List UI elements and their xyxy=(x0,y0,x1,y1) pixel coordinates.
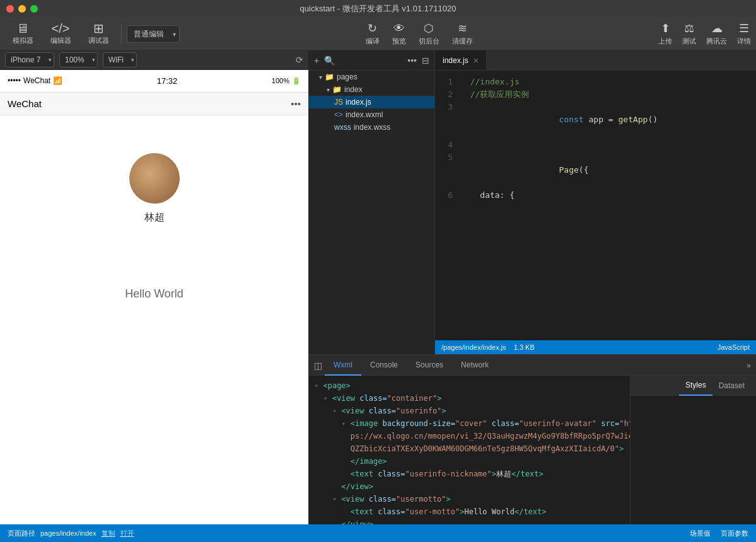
indexwxml-label: index.wxml xyxy=(346,110,383,119)
preview-icon: 👁 xyxy=(393,22,405,35)
collapse-icon[interactable]: ⊟ xyxy=(422,55,429,66)
test-button[interactable]: ⚖ 测试 xyxy=(682,21,696,46)
phone-wifi-icon: 📶 xyxy=(53,76,62,85)
tree-file-indexjs[interactable]: JS index.js xyxy=(309,96,434,108)
cut-button[interactable]: ⬡ 切后台 xyxy=(419,21,439,46)
preview-button[interactable]: 👁 预览 xyxy=(392,22,406,46)
js-icon: JS xyxy=(334,98,343,107)
editor-tabs: index.js × xyxy=(435,50,756,71)
tab-close-button[interactable]: × xyxy=(474,55,479,66)
mode-select[interactable]: 普通编辑 xyxy=(127,25,180,43)
compile-button[interactable]: ↻ 编译 xyxy=(366,21,380,46)
tab-indexjs[interactable]: index.js × xyxy=(435,50,487,71)
status-right-area: 场景值 页面参数 xyxy=(690,529,748,538)
wxss-icon: wxss xyxy=(334,123,351,132)
tencent-cloud-button[interactable]: ☁ 腾讯云 xyxy=(706,21,727,46)
wxml-line-7: </view> xyxy=(309,480,630,493)
clear-cache-button[interactable]: ≋ 清缓存 xyxy=(452,21,473,46)
tab-styles[interactable]: Styles xyxy=(679,376,712,396)
phone-hello-text: Hello World xyxy=(125,287,183,301)
inspector-body xyxy=(631,396,756,524)
tree-folder-pages[interactable]: ▾ 📁 pages xyxy=(309,71,434,83)
status-size: 1.3 KB xyxy=(514,343,535,351)
add-file-icon[interactable]: + xyxy=(314,55,319,66)
devtools-tabs: ◫ Wxml Console Sources Network xyxy=(309,355,756,376)
devtools-wxml-icon: ◫ xyxy=(309,360,325,371)
tencent-cloud-icon: ☁ xyxy=(711,21,723,35)
device-column: iPhone 7 ▾ 100% ▾ WiFi ▾ ⟳ xyxy=(0,50,309,524)
code-line-4: 4 xyxy=(435,139,756,151)
tab-network[interactable]: Network xyxy=(452,355,497,376)
cut-label: 切后台 xyxy=(419,37,439,46)
tab-sources[interactable]: Sources xyxy=(407,355,452,376)
preview-label: 预览 xyxy=(392,37,406,46)
wxml-line-2: ▾ <view class="container"> xyxy=(309,392,630,405)
close-button[interactable] xyxy=(6,5,14,13)
simulator-label: 模拟器 xyxy=(13,36,33,45)
minimize-button[interactable] xyxy=(18,5,26,13)
wxml-line-4b: ps://wx.qlogo.cn/mmopen/vi_32/Q3auHgzwzM… xyxy=(309,430,630,442)
maximize-button[interactable] xyxy=(30,5,38,13)
phone-nav-more[interactable]: ••• xyxy=(291,98,301,109)
separator-1 xyxy=(121,25,122,43)
indexjs-label: index.js xyxy=(346,98,371,107)
code-area[interactable]: 1 //index.js 2 //获取应用实例 3 const app xyxy=(435,71,756,340)
app-status-bar: 页面路径 pages/index/index 复制 打开 场景值 页面参数 xyxy=(0,524,756,542)
phone-username: 林超 xyxy=(144,211,165,224)
devtools-row: ◫ Wxml Console Sources Network xyxy=(309,354,756,524)
status-scene-label[interactable]: 场景值 xyxy=(690,529,711,538)
rotate-icon[interactable]: ⟳ xyxy=(296,55,303,65)
code-line-6: 6 data: { xyxy=(435,189,756,202)
tab-dataset-label: Dataset xyxy=(719,381,745,390)
phone-battery-area: 100% 🔋 xyxy=(272,77,301,85)
upload-icon: ⬆ xyxy=(661,21,670,35)
wxml-line-6: <text class="userinfo-nickname">林超</text… xyxy=(309,468,630,480)
tree-file-indexwxml[interactable]: <> index.wxml xyxy=(309,108,434,121)
status-copy-button[interactable]: 复制 xyxy=(102,529,115,538)
simulator-icon: 🖥 xyxy=(16,22,29,35)
search-file-icon[interactable]: 🔍 xyxy=(324,55,335,66)
status-params-label[interactable]: 页面参数 xyxy=(721,529,748,538)
code-line-1: 1 //index.js xyxy=(435,76,756,88)
editor-icon: </> xyxy=(52,22,70,35)
details-button[interactable]: ☰ 详情 xyxy=(737,21,751,46)
tab-dataset[interactable]: Dataset xyxy=(712,376,751,396)
phone-battery-pct: 100% xyxy=(272,77,289,84)
wxml-line-4: ▾ <image background-size="cover" class="… xyxy=(309,417,630,430)
phone-nav-title: WeChat xyxy=(8,98,42,109)
zoom-select[interactable]: 100% xyxy=(59,52,98,67)
device-bar-icons: ⟳ xyxy=(296,55,303,65)
status-lang: JavaScript xyxy=(718,343,750,351)
tab-console[interactable]: Console xyxy=(361,355,407,376)
content-area: iPhone 7 ▾ 100% ▾ WiFi ▾ ⟳ xyxy=(0,50,756,542)
simulator-button[interactable]: 🖥 模拟器 xyxy=(5,20,40,48)
tree-file-indexwxss[interactable]: wxss index.wxss xyxy=(309,121,434,134)
devtools-content: ▾ <page> ▾ <view class="container"> ▾ <v… xyxy=(309,376,756,524)
network-select[interactable]: WiFi xyxy=(103,52,137,67)
pages-arrow: ▾ xyxy=(319,74,322,81)
file-tree-toolbar: + 🔍 ••• ⊟ xyxy=(309,50,434,71)
toolbar-right: ⬆ 上传 ⚖ 测试 ☁ 腾讯云 ☰ 详情 xyxy=(658,21,751,46)
devtools-more-button[interactable]: » xyxy=(747,361,751,370)
upload-button[interactable]: ⬆ 上传 xyxy=(658,21,672,46)
network-select-wrap: WiFi ▾ xyxy=(103,52,137,67)
xml-icon: <> xyxy=(334,110,343,119)
debugger-button[interactable]: ⊞ 调试器 xyxy=(81,20,116,48)
status-path-label: 页面路径 xyxy=(8,529,35,538)
file-tree: + 🔍 ••• ⊟ ▾ 📁 pages ▾ xyxy=(309,50,435,354)
debugger-icon: ⊞ xyxy=(93,22,104,35)
phone-avatar xyxy=(129,153,180,204)
status-path-value: pages/index/index xyxy=(40,529,96,537)
device-select[interactable]: iPhone 7 xyxy=(5,52,54,67)
status-open-button[interactable]: 打开 xyxy=(120,529,134,538)
wxml-line-9: <text class="user-motto">Hello World</te… xyxy=(309,505,630,518)
tree-folder-index[interactable]: ▾ 📁 index xyxy=(309,83,434,96)
tab-wxml[interactable]: Wxml xyxy=(325,355,361,376)
editor-button[interactable]: </> 编辑器 xyxy=(43,20,78,48)
wxml-tree[interactable]: ▾ <page> ▾ <view class="container"> ▾ <v… xyxy=(309,376,630,524)
editor-status-bar: /pages/index/index.js 1.3 KB JavaScript xyxy=(435,340,756,354)
pages-label: pages xyxy=(337,72,358,81)
titlebar-title: quickstart - 微信开发者工具 v1.01.1711020 xyxy=(300,3,457,14)
more-icon[interactable]: ••• xyxy=(407,55,417,66)
phone-content: 林超 Hello World xyxy=(0,115,308,524)
